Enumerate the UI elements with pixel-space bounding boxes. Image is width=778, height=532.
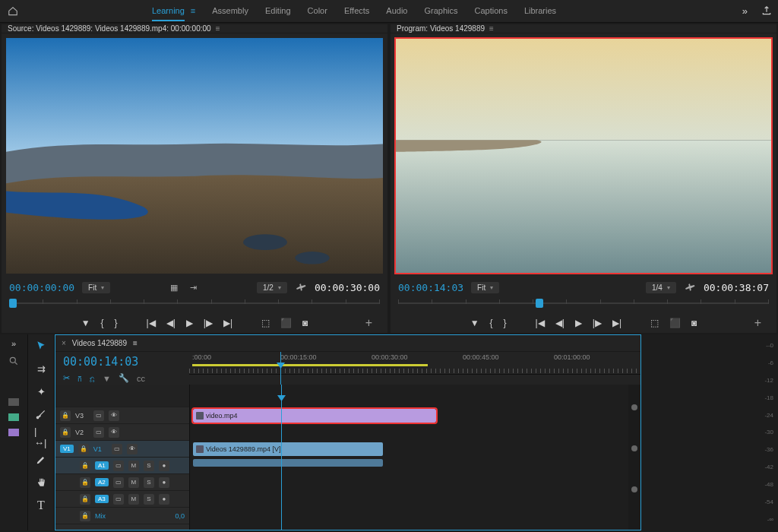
program-zoom-dropdown[interactable]: 1/4▾ xyxy=(646,282,676,293)
lock-icon[interactable]: 🔒 xyxy=(80,511,90,521)
track-scrollbar[interactable] xyxy=(628,385,640,530)
expand-panel-icon[interactable]: » xyxy=(11,339,16,348)
step-fwd-icon[interactable]: |▶ xyxy=(204,318,213,328)
magnet-icon[interactable]: ⩃ xyxy=(77,374,82,383)
slip-tool-icon[interactable]: |↔| xyxy=(34,430,48,444)
tab-editing[interactable]: Editing xyxy=(265,6,291,16)
mark-in-icon[interactable]: { xyxy=(490,318,493,328)
lock-icon[interactable]: 🔒 xyxy=(78,444,89,454)
source-viewport[interactable] xyxy=(6,38,383,274)
pen-tool-icon[interactable] xyxy=(34,453,48,467)
go-out-icon[interactable]: ▶| xyxy=(612,318,621,328)
search-icon[interactable] xyxy=(8,356,19,368)
label-grey[interactable] xyxy=(8,398,19,406)
mic-icon[interactable]: ● xyxy=(159,494,169,505)
play-icon[interactable]: ▶ xyxy=(186,318,193,328)
tab-assembly[interactable]: Assembly xyxy=(212,6,248,16)
home-icon[interactable] xyxy=(6,5,20,18)
scroll-handle[interactable] xyxy=(631,486,637,492)
lock-icon[interactable]: 🔒 xyxy=(80,477,90,488)
wrench-icon[interactable]: 🔧 xyxy=(119,373,129,383)
timeline-timecode[interactable]: 00:00:14:03 xyxy=(63,355,138,369)
insert-btn-icon[interactable]: ⬚ xyxy=(261,318,270,328)
film-icon[interactable]: ▭ xyxy=(112,444,122,454)
mic-icon[interactable]: ● xyxy=(159,461,169,471)
source-zoom-dropdown[interactable]: 1/2▾ xyxy=(257,282,287,293)
mic-icon[interactable]: ● xyxy=(159,477,169,488)
source-timecode[interactable]: 00:00:00:00 xyxy=(9,282,74,293)
film-icon[interactable]: ▭ xyxy=(113,477,124,488)
scroll-handle[interactable] xyxy=(631,404,637,410)
mark-out-icon[interactable]: } xyxy=(115,318,118,328)
settings-icon[interactable] xyxy=(295,281,307,293)
work-area-bar[interactable] xyxy=(192,364,428,366)
program-viewport[interactable] xyxy=(395,38,772,274)
mute-button[interactable]: M xyxy=(128,477,139,488)
play-icon[interactable]: ▶ xyxy=(575,318,582,328)
eye-icon[interactable]: 👁 xyxy=(109,427,119,438)
film-icon[interactable]: ▭ xyxy=(93,410,104,421)
button-editor-icon[interactable]: + xyxy=(365,316,372,330)
clip-v1[interactable]: Videos 1429889.mp4 [V] xyxy=(193,442,383,456)
program-fit-dropdown[interactable]: Fit▾ xyxy=(471,282,499,293)
playhead[interactable] xyxy=(280,352,281,385)
hand-tool-icon[interactable] xyxy=(34,476,48,489)
mute-button[interactable]: M xyxy=(128,461,139,471)
tab-graphics[interactable]: Graphics xyxy=(424,6,457,16)
export-frame-icon[interactable]: ◙ xyxy=(302,318,308,328)
ripple-tool-icon[interactable]: ✦ xyxy=(34,385,48,398)
solo-button[interactable]: S xyxy=(144,461,154,471)
settings-icon[interactable] xyxy=(684,281,696,293)
lock-icon[interactable]: 🔒 xyxy=(60,427,71,438)
add-marker-icon[interactable]: ▼ xyxy=(81,318,90,328)
go-in-icon[interactable]: |◀ xyxy=(147,318,156,328)
step-back-icon[interactable]: ◀| xyxy=(555,318,565,328)
lock-icon[interactable]: 🔒 xyxy=(80,461,90,471)
eye-icon[interactable]: 👁 xyxy=(127,444,138,454)
cc-icon[interactable]: cc xyxy=(137,374,145,383)
mark-out-icon[interactable]: } xyxy=(504,318,507,328)
button-editor-icon[interactable]: + xyxy=(754,316,761,330)
add-marker-icon[interactable]: ▼ xyxy=(470,318,479,328)
source-scrubber[interactable] xyxy=(9,296,380,310)
overwrite-btn-icon[interactable]: ⬛ xyxy=(280,318,292,328)
clip-a1-fx[interactable] xyxy=(194,459,207,465)
film-icon[interactable]: ▭ xyxy=(113,461,124,471)
go-in-icon[interactable]: |◀ xyxy=(536,318,545,328)
tab-color[interactable]: Color xyxy=(308,6,327,16)
panel-menu-icon[interactable]: ≡ xyxy=(216,24,220,33)
tab-menu-icon[interactable]: ≡ xyxy=(191,6,195,16)
source-patch-v1[interactable]: V1 xyxy=(60,445,74,453)
step-back-icon[interactable]: ◀| xyxy=(166,318,176,328)
solo-button[interactable]: S xyxy=(144,477,154,488)
extract-icon[interactable]: ⬛ xyxy=(669,318,681,328)
selection-tool-icon[interactable] xyxy=(34,339,48,353)
tab-audio[interactable]: Audio xyxy=(386,6,407,16)
export-frame-icon[interactable]: ◙ xyxy=(691,318,697,328)
film-icon[interactable]: ▭ xyxy=(113,494,124,505)
timeline-tracks[interactable]: video.mp4 Videos 1429889.mp4 [V] xyxy=(189,385,628,530)
marker-icon[interactable]: ▼ xyxy=(103,374,111,383)
track-select-tool-icon[interactable]: ⇉ xyxy=(34,362,48,375)
eye-icon[interactable]: 👁 xyxy=(109,410,119,421)
lift-icon[interactable]: ⬚ xyxy=(650,318,659,328)
insert-icon[interactable]: ▦ xyxy=(168,281,180,293)
timeline-ruler[interactable]: :00:00 00:00:15:00 00:00:30:00 00:00:45:… xyxy=(189,352,640,375)
solo-button[interactable]: S xyxy=(144,494,154,505)
overflow-icon[interactable]: » xyxy=(742,5,748,17)
label-green[interactable] xyxy=(8,413,19,421)
export-icon[interactable] xyxy=(761,5,772,17)
mark-in-icon[interactable]: { xyxy=(101,318,104,328)
tab-effects[interactable]: Effects xyxy=(344,6,369,16)
step-fwd-icon[interactable]: |▶ xyxy=(593,318,602,328)
mix-value[interactable]: 0,0 xyxy=(175,512,185,520)
type-tool-icon[interactable]: T xyxy=(34,499,48,512)
overwrite-icon[interactable]: ⇥ xyxy=(188,281,200,293)
label-purple[interactable] xyxy=(8,429,19,436)
tab-learning[interactable]: Learning xyxy=(152,6,185,21)
tab-libraries[interactable]: Libraries xyxy=(524,6,556,16)
panel-menu-icon[interactable]: ≡ xyxy=(489,24,494,33)
source-fit-dropdown[interactable]: Fit▾ xyxy=(82,282,110,293)
lock-icon[interactable]: 🔒 xyxy=(80,494,90,505)
sequence-tab[interactable]: Videos 1429889 xyxy=(72,339,127,347)
